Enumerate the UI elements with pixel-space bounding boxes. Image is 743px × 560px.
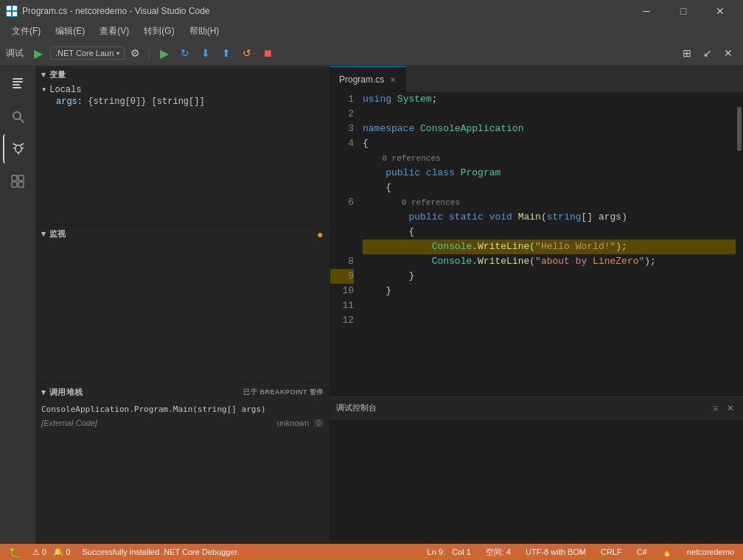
callstack-item-main[interactable]: ConsoleApplication.Program.Main(string[]… xyxy=(35,402,329,416)
kw-namespace: namespace xyxy=(363,122,414,136)
code-line-2 xyxy=(363,107,736,122)
ref-0-program: 0 references xyxy=(363,151,441,166)
breakpoints-header[interactable]: ▾ 断点 xyxy=(35,543,329,544)
code-line-6: { xyxy=(363,181,736,195)
locals-group[interactable]: ▾ Locals xyxy=(35,83,329,96)
collapse-panel-button[interactable]: ↙ xyxy=(699,44,716,62)
status-debug-icon[interactable]: 🐛 xyxy=(6,547,24,558)
callstack-status: 已于 BREAKPOINT 暂停 xyxy=(243,388,324,397)
debug-console-content[interactable] xyxy=(330,419,743,544)
debug-step-into-button[interactable]: ⬆ xyxy=(217,44,235,62)
panel-wrap-button[interactable]: ≡ xyxy=(710,402,721,415)
watch-add-icon[interactable]: ● xyxy=(317,228,324,240)
callstack-section: ▾ 调用堆栈 已于 BREAKPOINT 暂停 ConsoleApplicati… xyxy=(35,384,329,543)
callstack-header-left: ▾ 调用堆栈 xyxy=(41,387,83,398)
activity-search[interactable] xyxy=(3,102,32,131)
close-button[interactable]: ✕ xyxy=(703,0,737,22)
breakpoints-section: ▾ 断点 All Exceptions User-Unhandled Excep… xyxy=(35,543,329,544)
code-content[interactable]: using System; namespace ConsoleApplicati… xyxy=(360,92,736,396)
status-ln-col[interactable]: Ln 9: Col 1 xyxy=(425,547,474,556)
close-panel-button[interactable]: ✕ xyxy=(719,44,737,62)
callstack-header[interactable]: ▾ 调用堆栈 已于 BREAKPOINT 暂停 xyxy=(35,384,329,401)
activity-extensions[interactable] xyxy=(3,167,32,196)
status-bar-left: 🐛 ⚠ 0 🔔 0 Successfully installed .NET Co… xyxy=(6,547,243,558)
panel-header: 调试控制台 ≡ ✕ xyxy=(330,397,743,419)
ref-0-main: 0 references xyxy=(363,195,460,210)
callstack-item-external[interactable]: [External Code] unknown 0 xyxy=(35,416,329,430)
scrollbar-thumb[interactable] xyxy=(737,107,742,151)
locals-triangle: ▾ xyxy=(41,84,46,95)
menu-view[interactable]: 查看(V) xyxy=(94,24,135,39)
status-spaces[interactable]: 空间: 4 xyxy=(483,547,514,558)
svg-rect-1 xyxy=(13,6,17,10)
code-line-10: Console.WriteLine("about by LineZero"); xyxy=(363,254,736,269)
fn-writeline-1: WriteLine xyxy=(478,239,529,254)
editor-area: Program.cs ✕ 1 2 3 4 6 8 9 10 11 12 xyxy=(330,66,743,544)
code-line-1: using System; xyxy=(363,92,736,107)
line-num-7 xyxy=(330,210,354,239)
tab-program-cs[interactable]: Program.cs ✕ xyxy=(330,66,406,92)
kw-public-static: public xyxy=(408,210,443,225)
vscode-icon xyxy=(6,5,18,17)
window-title: Program.cs - netcoredemo - Visual Studio… xyxy=(22,6,210,16)
menu-edit[interactable]: 编辑(E) xyxy=(49,24,91,39)
kw-void: void xyxy=(489,210,512,225)
status-remote[interactable]: netcoredemo xyxy=(684,547,737,556)
toolbar-separator xyxy=(149,46,150,60)
debug-gear-button[interactable]: ⚙ xyxy=(128,46,143,60)
watch-header[interactable]: ▾ 监视 ● xyxy=(35,225,329,243)
kw-string-arr: string xyxy=(547,210,582,225)
panel-controls: ≡ ✕ xyxy=(710,402,737,415)
code-line-9: Console.WriteLine("Hello World!"); xyxy=(363,239,736,254)
debug-continue-button[interactable]: ▶ xyxy=(156,44,173,62)
line-numbers: 1 2 3 4 6 8 9 10 11 12 xyxy=(330,92,360,396)
watch-content xyxy=(35,243,329,384)
callstack-triangle: ▾ xyxy=(41,388,46,397)
status-language[interactable]: C# xyxy=(634,547,650,556)
kw-using: using xyxy=(363,92,391,107)
args-name: args xyxy=(56,97,77,107)
str-hello: "Hello World!" xyxy=(535,239,615,254)
activity-debug[interactable] xyxy=(3,134,32,164)
tab-close-icon[interactable]: ✕ xyxy=(388,75,397,85)
status-encoding[interactable]: UTF-8 with BOM xyxy=(523,547,589,556)
debug-label: 调试 xyxy=(6,47,24,60)
split-editor-button[interactable]: ⊞ xyxy=(678,44,696,62)
menu-help[interactable]: 帮助(H) xyxy=(184,24,226,39)
status-bar: 🐛 ⚠ 0 🔔 0 Successfully installed .NET Co… xyxy=(0,544,743,560)
menu-file[interactable]: 文件(F) xyxy=(6,24,46,39)
code-line-11: } xyxy=(363,269,736,284)
watch-label: 监视 xyxy=(49,228,66,239)
status-message: Successfully installed .NET Core Debugge… xyxy=(80,547,243,556)
debug-stop-button[interactable]: ⏹ xyxy=(259,44,276,62)
panel-close-button[interactable]: ✕ xyxy=(724,402,737,415)
sidebar: ▾ 变量 ▾ Locals args: {string[0]} [string[… xyxy=(35,66,330,544)
callstack-external-badge: 0 xyxy=(313,419,324,427)
main-layout: ▾ 变量 ▾ Locals args: {string[0]} [string[… xyxy=(0,66,743,544)
menu-goto[interactable]: 转到(G) xyxy=(138,24,180,39)
svg-rect-2 xyxy=(7,12,11,16)
debug-config-dropdown-icon: ▾ xyxy=(116,50,119,57)
svg-rect-6 xyxy=(13,84,20,85)
variables-header[interactable]: ▾ 变量 xyxy=(35,66,329,83)
code-line-5-ref: 0 references xyxy=(363,151,736,166)
maximize-button[interactable]: □ xyxy=(666,0,700,22)
debug-step-out-button[interactable]: ↺ xyxy=(238,44,256,62)
type-program: Program xyxy=(461,166,501,181)
debug-start-button[interactable]: ▶ xyxy=(29,44,47,62)
debug-step-over-button[interactable]: ⬇ xyxy=(197,44,214,62)
activity-explorer[interactable] xyxy=(3,69,32,99)
line-num-5 xyxy=(330,151,354,181)
debug-restart-button[interactable]: ↻ xyxy=(176,44,194,62)
callstack-external-type: unknown xyxy=(276,419,309,427)
status-line-ending[interactable]: CRLF xyxy=(598,547,625,556)
line-num-4: 4 xyxy=(330,136,354,151)
locals-args-item[interactable]: args: {string[0]} [string[]] xyxy=(35,96,329,108)
debug-config-selector[interactable]: .NET Core Laun ▾ xyxy=(50,46,125,60)
variables-label: 变量 xyxy=(49,69,66,80)
code-editor[interactable]: 1 2 3 4 6 8 9 10 11 12 using System; xyxy=(330,92,743,396)
minimize-button[interactable]: ─ xyxy=(629,0,663,22)
editor-scrollbar[interactable] xyxy=(736,92,743,396)
svg-rect-5 xyxy=(13,81,23,83)
status-warnings[interactable]: ⚠ 0 🔔 0 xyxy=(29,547,74,557)
